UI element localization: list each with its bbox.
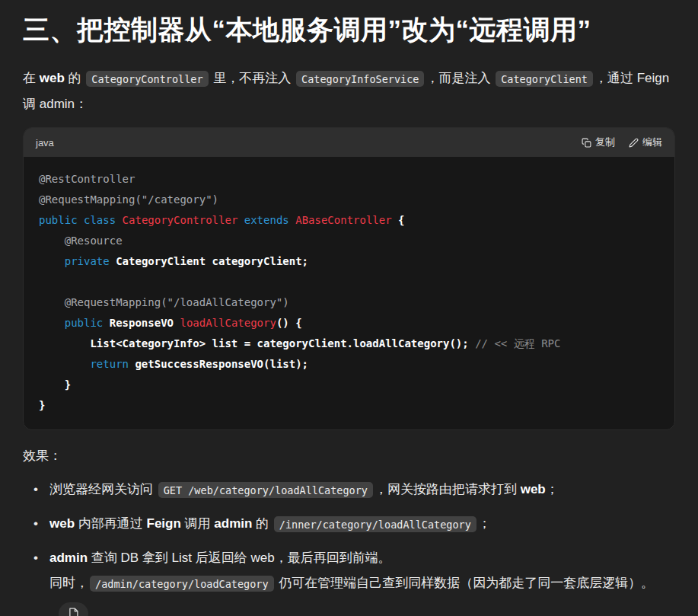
document-icon [69, 608, 78, 616]
bullet-marker: • [23, 545, 49, 616]
inline-code: CategoryClient [496, 71, 593, 87]
bold-text: admin [49, 551, 88, 565]
section-title: 三、把控制器从“本地服务调用”改为“远程调用” [23, 12, 675, 47]
code-line: @Resource [39, 231, 659, 251]
code-toolbar: 复制 编辑 [582, 136, 662, 149]
list-item-text: admin 查询 DB 拿到 List 后返回给 web，最后再回到前端。同时，… [49, 545, 675, 616]
code-line: } [39, 395, 659, 416]
inline-code: /inner/category/loadAllCategory [274, 516, 476, 532]
copy-icon [582, 138, 591, 148]
code-line: } [39, 375, 659, 395]
code-line [39, 272, 659, 292]
code-line: @RequestMapping("/category") [39, 190, 659, 210]
bullet-marker: • [23, 477, 49, 503]
code-line: public class CategoryController extends … [39, 210, 659, 231]
code-line: @RequestMapping("/loadAllCategory") [39, 292, 659, 313]
message-copy-button[interactable] [59, 602, 88, 616]
code-line: List<CategoryInfo> list = categoryClient… [39, 334, 659, 354]
list-item-text: web 内部再通过 Feign 调用 admin 的 /inner/catego… [49, 511, 675, 537]
inline-code: /admin/category/loadCategory [90, 576, 274, 592]
copy-code-button[interactable]: 复制 [582, 136, 615, 149]
list-item: •web 内部再通过 Feign 调用 admin 的 /inner/categ… [23, 511, 675, 537]
copy-code-label: 复制 [595, 136, 615, 149]
code-line: @RestController [39, 169, 659, 190]
bold-text: admin [214, 516, 252, 531]
bold-text: web [40, 71, 65, 85]
bold-text: Feign [147, 516, 181, 531]
inline-code: GET /web/category/loadAllCategory [158, 482, 373, 498]
code-line: return getSuccessResponseVO(list); [39, 354, 659, 375]
code-block: java 复制 [23, 127, 675, 430]
effect-list: •浏览器经网关访问 GET /web/category/loadAllCateg… [23, 477, 675, 616]
bold-text: web [49, 516, 75, 531]
bold-text: web [521, 482, 546, 496]
intro-paragraph: 在 web 的 CategoryController 里，不再注入 Catego… [23, 65, 675, 116]
inline-code: CategoryController [86, 71, 208, 87]
code-language-label: java [36, 137, 54, 148]
edit-code-label: 编辑 [642, 136, 662, 149]
code-block-header: java 复制 [24, 128, 674, 157]
code-line: private CategoryClient categoryClient; [39, 251, 659, 272]
chat-message: 三、把控制器从“本地服务调用”改为“远程调用” 在 web 的 Category… [0, 0, 698, 616]
list-item: •admin 查询 DB 拿到 List 后返回给 web，最后再回到前端。同时… [23, 545, 675, 616]
list-item: •浏览器经网关访问 GET /web/category/loadAllCateg… [23, 477, 675, 503]
inline-code: CategoryInfoService [296, 71, 424, 87]
effect-heading: 效果： [23, 447, 675, 464]
edit-code-button[interactable]: 编辑 [629, 136, 662, 149]
code-content[interactable]: @RestController@RequestMapping("/categor… [24, 157, 674, 429]
bullet-marker: • [23, 511, 49, 537]
list-item-text: 浏览器经网关访问 GET /web/category/loadAllCatego… [49, 477, 675, 503]
pencil-icon [629, 138, 639, 148]
code-line: public ResponseVO loadAllCategory() { [39, 313, 659, 334]
